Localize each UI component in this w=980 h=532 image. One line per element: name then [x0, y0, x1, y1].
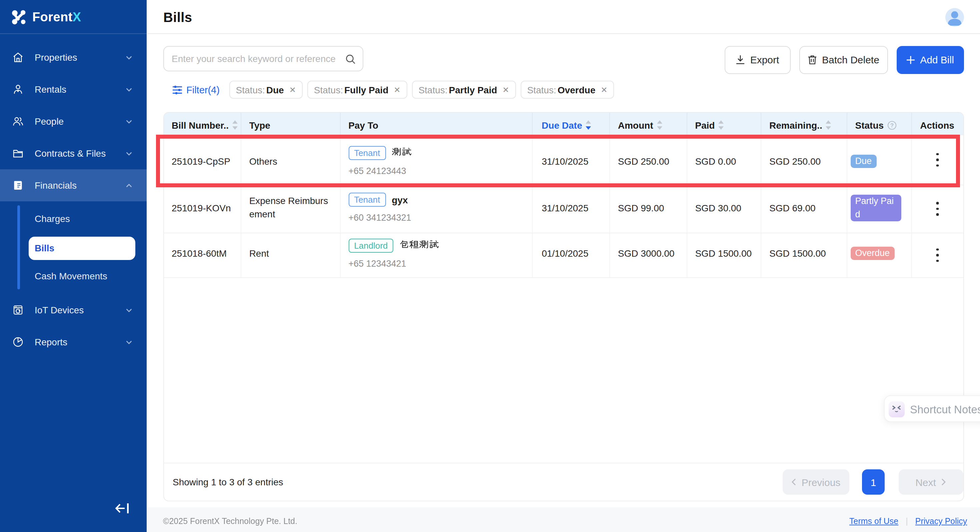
- svg-text:?: ?: [890, 122, 893, 128]
